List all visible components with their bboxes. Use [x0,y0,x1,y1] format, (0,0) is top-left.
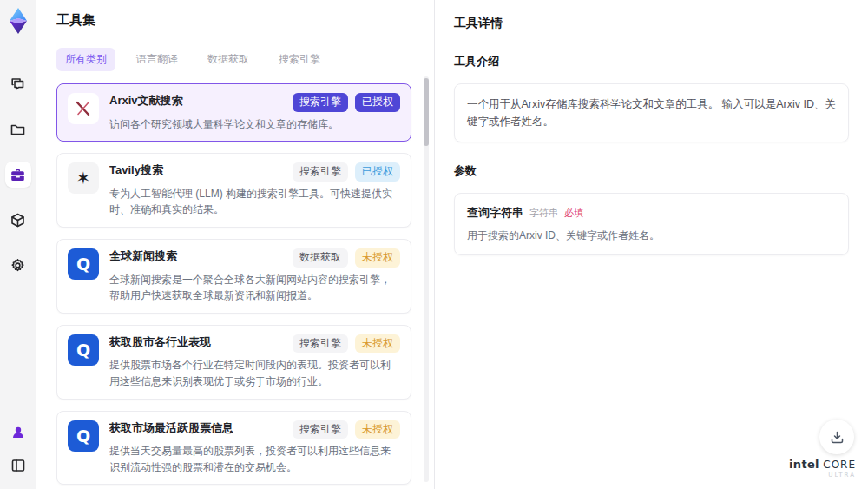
left-rail [0,0,36,489]
scrollbar-track[interactable] [424,76,429,482]
sidebar-item-files[interactable] [5,116,31,142]
tool-name: 全球新闻搜索 [109,248,177,264]
tab-2[interactable]: 数据获取 [199,48,258,71]
category-badge: 搜索引擎 [293,420,348,439]
tool-card[interactable]: Q 获取市场最活跃股票信息 搜索引擎 未授权 提供当天交易量最高的股票列表，投资… [56,411,411,486]
star-icon: ✶ [68,162,99,194]
folder-icon [10,122,26,138]
tool-description: 提供当天交易量最高的股票列表，投资者可以利用这些信息来识别流动性强的股票和潜在的… [109,443,400,475]
page-title: 工具集 [56,12,424,29]
briefcase-icon [10,167,26,183]
tool-list-panel: 工具集 所有类别语言翻译数据获取搜索引擎 Arxiv文献搜索 搜索引擎 已授权 … [36,0,434,489]
tab-3[interactable]: 搜索引擎 [270,48,329,71]
category-badge: 搜索引擎 [293,334,348,354]
tool-list: Arxiv文献搜索 搜索引擎 已授权 访问各个研究领域大量科学论文和文章的存储库… [56,83,424,489]
intro-heading: 工具介绍 [454,54,849,69]
param-description: 用于搜索的Arxiv ID、关键字或作者姓名。 [467,228,836,243]
tool-card[interactable]: Arxiv文献搜索 搜索引擎 已授权 访问各个研究领域大量科学论文和文章的存储库… [56,83,411,142]
q-icon: Q [68,420,99,452]
tool-name: Tavily搜索 [109,162,163,178]
app-window: 工具集 所有类别语言翻译数据获取搜索引擎 Arxiv文献搜索 搜索引擎 已授权 … [0,0,868,489]
sidebar-item-panel-toggle[interactable] [5,453,31,479]
category-badge: 搜索引擎 [293,93,348,112]
tab-1[interactable]: 语言翻译 [128,48,187,71]
params-heading: 参数 [454,163,849,179]
q-icon: Q [68,248,99,280]
chat-icon [10,76,26,93]
cube-icon [10,212,26,228]
tool-description: 专为人工智能代理 (LLM) 构建的搜索引擎工具。可快速提供实时、准确和真实的结… [109,186,400,218]
scrollbar-thumb[interactable] [424,78,429,146]
auth-status-badge: 未授权 [355,248,400,268]
person-icon [10,425,26,440]
gear-icon [10,257,26,274]
sidebar-item-chat[interactable] [5,71,31,97]
tool-details-panel: 工具详情 工具介绍 一个用于从Arxiv存储库搜索科学论文和文章的工具。 输入可… [434,0,868,489]
param-type: 字符串 [529,207,558,220]
tool-description: 提供股票市场各个行业在特定时间段内的表现。投资者可以利用这些信息来识别表现优于或… [109,357,400,389]
param-required-badge: 必填 [564,207,583,220]
tool-card[interactable]: Q 获取股市各行业表现 搜索引擎 未授权 提供股票市场各个行业在特定时间段内的表… [56,325,411,400]
tool-description: 访问各个研究领域大量科学论文和文章的存储库。 [109,116,400,133]
q-icon: Q [68,334,99,366]
auth-status-badge: 已授权 [355,162,400,182]
download-icon [830,430,845,445]
tool-name: 获取市场最活跃股票信息 [109,420,233,436]
auth-status-badge: 未授权 [355,420,400,439]
category-badge: 数据获取 [293,248,348,268]
category-badge: 搜索引擎 [293,162,348,182]
tool-card[interactable]: ✶ Tavily搜索 搜索引擎 已授权 专为人工智能代理 (LLM) 构建的搜索… [56,153,411,228]
sidebar-item-settings[interactable] [5,252,31,278]
app-logo-icon [6,7,30,35]
tool-card[interactable]: Q 全球新闻搜索 数据获取 未授权 全球新闻搜索是一个聚合全球各大新闻网站内容的… [56,239,411,314]
sidebar-item-models[interactable] [5,207,31,233]
tab-0[interactable]: 所有类别 [56,48,115,71]
layout-icon [10,458,26,473]
intel-core-logo: intel CORE ULTRA [789,458,856,479]
auth-status-badge: 已授权 [355,93,400,112]
sidebar-item-profile[interactable] [5,420,31,446]
download-button[interactable] [819,420,854,454]
tool-name: Arxiv文献搜索 [109,93,183,109]
category-tabs: 所有类别语言翻译数据获取搜索引擎 [56,48,424,71]
arxiv-icon [68,93,99,124]
auth-status-badge: 未授权 [355,334,400,354]
tool-name: 获取股市各行业表现 [109,334,211,350]
param-name: 查询字符串 [467,205,523,221]
parameter-card: 查询字符串 字符串 必填 用于搜索的Arxiv ID、关键字或作者姓名。 [454,193,849,255]
details-title: 工具详情 [454,16,849,31]
intro-text: 一个用于从Arxiv存储库搜索科学论文和文章的工具。 输入可以是Arxiv ID… [454,83,849,142]
sidebar-item-tools[interactable] [5,162,31,188]
tool-description: 全球新闻搜索是一个聚合全球各大新闻网站内容的搜索引擎，帮助用户快速获取全球最新资… [109,272,400,304]
